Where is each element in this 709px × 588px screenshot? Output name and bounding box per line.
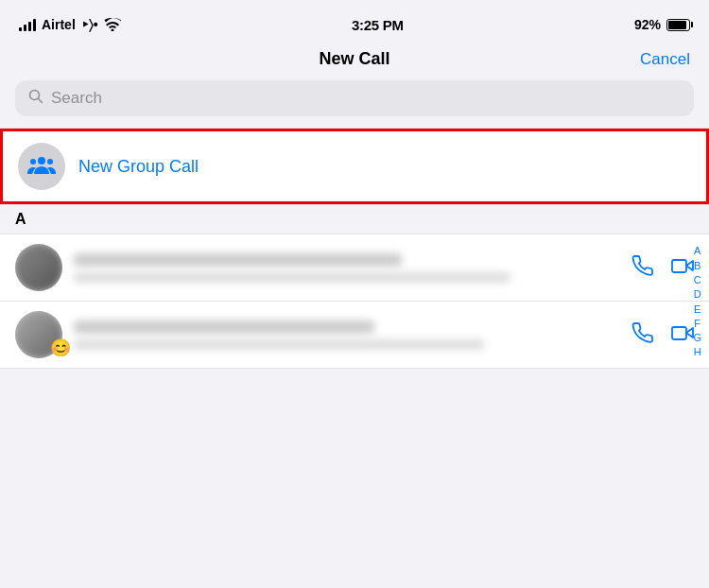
status-right: 92% bbox=[634, 17, 690, 32]
svg-marker-8 bbox=[686, 328, 693, 337]
phone-call-button[interactable] bbox=[631, 321, 654, 348]
cancel-button[interactable]: Cancel bbox=[624, 50, 690, 69]
video-call-button[interactable] bbox=[671, 321, 694, 348]
search-bar[interactable]: Search bbox=[15, 80, 694, 116]
contacts-list: 😊 A B C D E F bbox=[0, 234, 709, 369]
svg-line-1 bbox=[39, 99, 43, 103]
new-group-call-button[interactable]: New Group Call bbox=[0, 129, 709, 204]
contact-row bbox=[0, 234, 709, 302]
page-title: New Call bbox=[85, 49, 624, 69]
video-call-button[interactable] bbox=[671, 254, 694, 281]
status-time: 3:25 PM bbox=[352, 17, 404, 33]
battery-icon bbox=[666, 19, 690, 31]
alpha-f[interactable]: F bbox=[694, 317, 700, 330]
group-call-icon bbox=[18, 143, 65, 190]
alpha-c[interactable]: C bbox=[694, 273, 701, 286]
alpha-b[interactable]: B bbox=[694, 259, 700, 272]
search-container: Search bbox=[0, 80, 709, 128]
battery-percent: 92% bbox=[634, 17, 661, 32]
content-area: New Group Call A bbox=[0, 128, 709, 369]
contact-info bbox=[74, 320, 620, 350]
svg-marker-6 bbox=[686, 261, 693, 270]
section-header-a: A bbox=[0, 204, 709, 234]
contact-actions bbox=[631, 254, 694, 281]
svg-rect-7 bbox=[672, 327, 686, 339]
carrier-label: Airtel bbox=[42, 17, 76, 32]
wifi-icon-svg bbox=[104, 18, 121, 31]
wifi-icon: ‣〉• bbox=[81, 17, 98, 33]
alpha-e[interactable]: E bbox=[694, 303, 700, 316]
emoji-badge: 😊 bbox=[50, 337, 71, 358]
svg-point-3 bbox=[30, 159, 36, 164]
status-bar: Airtel ‣〉• 3:25 PM 92% bbox=[0, 0, 709, 42]
nav-bar: New Call Cancel bbox=[0, 42, 709, 80]
new-group-call-label: New Group Call bbox=[78, 157, 199, 177]
alpha-d[interactable]: D bbox=[694, 287, 701, 301]
phone-call-button[interactable] bbox=[631, 254, 654, 281]
signal-bars-icon bbox=[19, 18, 36, 31]
avatar bbox=[15, 244, 62, 291]
alpha-a[interactable]: A bbox=[694, 244, 700, 257]
search-icon bbox=[28, 89, 43, 108]
svg-rect-5 bbox=[672, 260, 686, 272]
contact-actions bbox=[631, 321, 694, 348]
alpha-g[interactable]: G bbox=[693, 331, 701, 344]
contact-info bbox=[74, 253, 620, 283]
svg-point-4 bbox=[47, 159, 53, 164]
status-left: Airtel ‣〉• bbox=[19, 17, 121, 33]
search-placeholder: Search bbox=[51, 89, 102, 108]
contact-row: 😊 bbox=[0, 302, 709, 369]
svg-point-2 bbox=[38, 157, 45, 164]
alphabet-index: A B C D E F G H bbox=[693, 234, 701, 369]
alpha-h[interactable]: H bbox=[694, 345, 701, 358]
